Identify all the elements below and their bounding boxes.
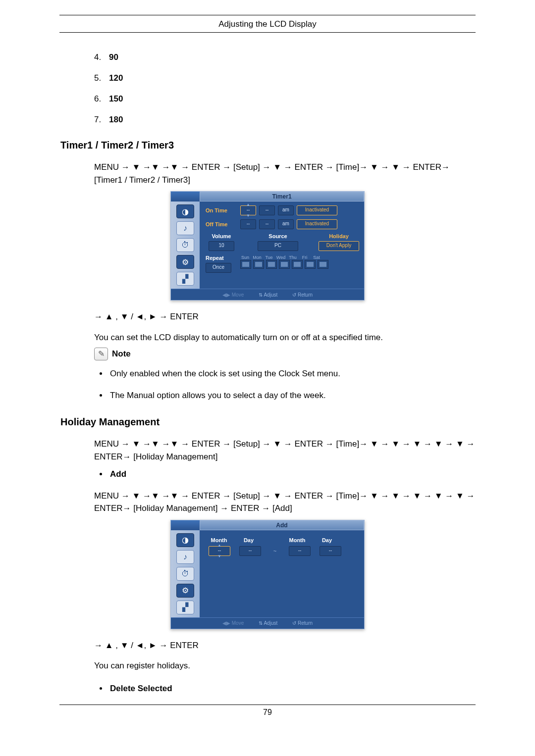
list-number: 7. [94, 115, 109, 125]
timer-note-item: Only enabled when the clock is set using… [108, 367, 476, 380]
on-time-min: -- [259, 205, 275, 215]
off-time-ampm: am [278, 219, 294, 229]
off-time-label: Off Time [206, 221, 237, 227]
timer-notes-list: Only enabled when the clock is set using… [94, 367, 476, 402]
timer-nav-path: MENU → ▼ →▼ →▼ → ENTER → [Setup] → ▼ → E… [94, 161, 476, 186]
osd-footer-move: ◀▶ Move [222, 292, 244, 298]
volume-label: Volume [206, 233, 237, 239]
note-icon: ✎ [94, 348, 108, 360]
day-checkboxes [240, 260, 328, 269]
setup-tab-icon: ⚙ [176, 584, 194, 598]
add-day-header: Day [238, 537, 259, 543]
on-time-hour: -- [240, 205, 256, 215]
list-number: 4. [94, 52, 109, 62]
list-number: 6. [94, 94, 109, 104]
day-labels: Sun Mon Tue Wed Thu Fri Sat [240, 255, 328, 260]
setup-tab-icon: ⚙ [176, 255, 194, 269]
repeat-label: Repeat [206, 255, 237, 261]
picture-tab-icon: ◑ [176, 204, 194, 218]
timer-body-text: You can set the LCD display to automatic… [59, 331, 476, 344]
sound-tab-icon: ♪ [176, 221, 194, 235]
sound-tab-icon: ♪ [176, 550, 194, 564]
repeat-value: Once [206, 263, 231, 273]
on-time-label: On Time [206, 207, 237, 213]
list-value: 120 [109, 73, 123, 83]
add-start-day: -- [239, 546, 261, 556]
osd-add-screenshot: Add ◑ ♪ ⏱ ⚙ ▞ Month Day [170, 520, 365, 629]
on-time-ampm: am [278, 205, 294, 215]
list-number: 5. [94, 73, 109, 83]
holiday-post-nav: → ▲ , ▼ / ◄, ► → ENTER [59, 639, 476, 652]
note-label: Note [112, 348, 131, 360]
source-label: Source [242, 233, 314, 239]
osd-add-footer-return: ↺ Return [292, 620, 313, 626]
off-time-hour: -- [240, 219, 256, 229]
picture-tab-icon: ◑ [176, 533, 194, 547]
osd-footer-return: ↺ Return [292, 292, 313, 298]
multi-tab-icon: ▞ [176, 272, 194, 286]
source-value: PC [258, 241, 298, 251]
timer-heading: Timer1 / Timer2 / Timer3 [59, 140, 476, 151]
holiday-label: Holiday [319, 233, 359, 239]
add-end-month: -- [289, 546, 311, 556]
holiday-add-label: Add [108, 468, 476, 481]
timer-post-nav: → ▲ , ▼ / ◄, ► → ENTER [59, 310, 476, 323]
holiday-value: Don't Apply [319, 241, 359, 251]
osd-footer-adjust: ⇅ Adjust [259, 292, 277, 298]
add-start-month: -- [209, 546, 230, 556]
off-time-status: Inactivated [297, 219, 337, 229]
holiday-heading: Holiday Management [59, 416, 476, 428]
list-value: 150 [109, 94, 123, 103]
osd-title: Timer1 [200, 192, 364, 202]
holiday-delete-label: Delete Selected [108, 682, 476, 695]
on-time-status: Inactivated [297, 205, 337, 215]
add-month-header-2: Month [287, 537, 308, 543]
holiday-add-nav-path: MENU → ▼ →▼ →▼ → ENTER → [Setup] → ▼ → E… [94, 490, 476, 515]
add-end-day: -- [320, 546, 341, 556]
add-day-header-2: Day [317, 537, 337, 543]
numbered-list: 4.90 5.120 6.150 7.180 [59, 52, 476, 125]
timer-note-item: The Manual option allows you to select a… [108, 389, 476, 402]
page-number: 79 [59, 705, 476, 717]
holiday-nav-path: MENU → ▼ →▼ →▼ → ENTER → [Setup] → ▼ → E… [94, 438, 476, 463]
holiday-body-text: You can register holidays. [59, 659, 476, 672]
list-value: 90 [109, 52, 118, 62]
osd-add-footer-adjust: ⇅ Adjust [259, 620, 277, 626]
list-value: 180 [109, 115, 123, 124]
off-time-min: -- [259, 219, 275, 229]
volume-value: 10 [209, 241, 234, 251]
time-tab-icon: ⏱ [176, 567, 194, 581]
multi-tab-icon: ▞ [176, 601, 194, 614]
page-header: Adjusting the LCD Display [59, 19, 476, 33]
time-tab-icon: ⏱ [176, 238, 194, 252]
osd-timer-screenshot: Timer1 ◑ ♪ ⏱ ⚙ ▞ On Time -- [170, 191, 365, 301]
osd-add-title: Add [200, 520, 364, 530]
osd-add-footer-move: ◀▶ Move [222, 620, 244, 626]
